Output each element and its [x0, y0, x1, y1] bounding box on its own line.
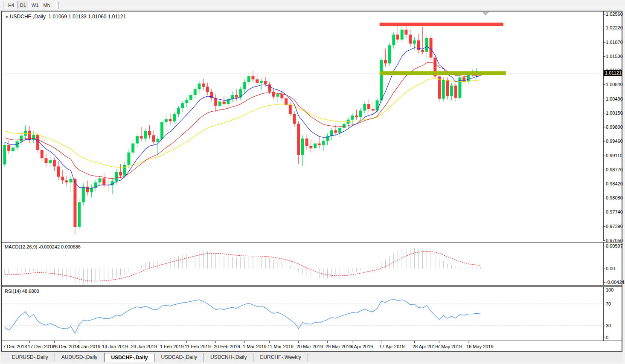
date-tick [104, 341, 104, 343]
price-axis-label: 1.02220 [606, 25, 623, 30]
date-label: 7 Dec 2018 [3, 344, 27, 349]
price-axis-tick [604, 56, 605, 57]
macd-axis-label: 0.00 [606, 266, 615, 271]
date-tick [468, 341, 468, 343]
rsi-axis-tick [604, 326, 605, 326]
price-axis-tick [604, 184, 605, 184]
macd-axis-tick [604, 269, 605, 269]
chart-tab-usdcad[interactable]: USDCAD-,Daily [154, 353, 204, 362]
price-axis-tick [604, 240, 605, 241]
date-label: 8 Apr 2019 [350, 344, 373, 349]
rsi-axis-label: 30 [606, 323, 611, 328]
date-axis[interactable]: 7 Dec 201817 Dec 201826 Dec 20184 Jan 20… [2, 341, 622, 351]
price-axis-tick [604, 156, 605, 156]
price-axis-tick [604, 226, 605, 227]
date-label: 11 Mar 2019 [267, 344, 294, 349]
rsi-axis[interactable]: 10070300 [603, 287, 622, 341]
rsi-name: RSI(14) [5, 289, 21, 294]
date-label: 7 May 2019 [437, 344, 462, 349]
price-axis-label: 0.99800 [606, 124, 623, 130]
chart-title: ▼USDCHF-,Daily 1.01069 1.01133 1.01060 1… [5, 14, 126, 20]
price-axis-label: 0.99110 [606, 153, 622, 158]
macd-pane[interactable]: 0.005970.00-0.004243 MACD(12,26,9) -0.00… [2, 243, 622, 285]
chart-tab-audusd[interactable]: AUDUSD-,Daily [55, 353, 105, 362]
metatrader-window: H4D1W1MN 1.025601.022201.018701.015301.0… [0, 0, 625, 364]
chart-window: 1.025601.022201.018701.015301.011801.008… [1, 11, 622, 352]
chart-symbol-label: USDCHF-,Daily [10, 14, 46, 20]
date-tick [162, 341, 162, 343]
price-axis-tick [604, 28, 605, 28]
date-label: 1 Feb 2019 [160, 344, 184, 349]
price-axis-tick [604, 127, 605, 127]
price-axis-label: 1.00840 [606, 82, 623, 87]
price-axis-label: 0.97390 [606, 224, 623, 229]
price-axis-label: 0.99460 [606, 139, 623, 144]
macd-chart[interactable] [2, 243, 603, 285]
date-label: 29 Mar 2019 [326, 344, 352, 349]
date-tick [215, 341, 216, 343]
rsi-axis-label: 100 [606, 287, 613, 292]
macd-name: MACD(12,26,9) [5, 244, 37, 249]
current-price-tag: 1.01121 [604, 70, 622, 76]
timeframe-button-h4[interactable]: H4 [6, 1, 17, 9]
price-axis-label: 1.01530 [606, 54, 623, 59]
rsi-axis-tick [604, 338, 605, 338]
date-tick [381, 341, 381, 343]
timeframe-button-d1[interactable]: D1 [17, 1, 29, 9]
price-axis-tick [604, 198, 605, 198]
price-axis-label: 1.00490 [606, 96, 623, 101]
timeframe-buttons: H4D1W1MN [5, 1, 53, 9]
date-label: 17 Dec 2018 [28, 344, 54, 349]
date-tick [79, 341, 79, 343]
price-axis-tick [604, 84, 605, 85]
price-axis-label: 0.98420 [606, 181, 623, 186]
macd-axis-tick [604, 282, 605, 283]
price-axis-tick [604, 42, 605, 43]
price-axis-tick [604, 141, 605, 142]
rsi-axis-tick [604, 304, 605, 304]
macd-axis-label: 0.00597 [606, 243, 623, 248]
rsi-axis-label: 0 [606, 335, 608, 340]
date-tick [269, 341, 270, 343]
macd-axis-label: -0.004243 [606, 280, 625, 285]
date-label: 26 Dec 2018 [52, 344, 79, 349]
rsi-pane[interactable]: 10070300 RSI(14) 48.6800 [2, 287, 622, 341]
date-label: 11 Feb 2019 [185, 344, 211, 349]
price-axis-tick [604, 99, 605, 99]
chart-ohlc-values: 1.01069 1.01133 1.01060 1.01121 [49, 14, 126, 20]
price-chart-pane[interactable]: 1.025601.022201.018701.015301.011801.008… [2, 12, 622, 241]
macd-axis[interactable]: 0.005970.00-0.004243 [603, 243, 622, 285]
candlestick-chart[interactable] [2, 12, 603, 241]
price-axis[interactable]: 1.025601.022201.018701.015301.011801.008… [603, 12, 622, 241]
chart-tab-usdcnh[interactable]: USDCNH-,Daily [204, 353, 253, 362]
toolbar-separator [56, 1, 59, 9]
price-axis-tick [604, 170, 605, 170]
date-label: 20 Feb 2019 [214, 344, 240, 349]
date-tick [54, 341, 55, 343]
price-axis-tick [604, 14, 605, 14]
date-tick [29, 341, 30, 343]
date-label: 20 Mar 2019 [297, 344, 323, 349]
date-tick [352, 341, 352, 343]
date-tick [327, 341, 328, 343]
rsi-value: 48.6800 [22, 289, 39, 294]
date-tick [186, 341, 187, 343]
chart-dropdown-icon[interactable]: ▼ [5, 15, 9, 19]
price-axis-tick [604, 113, 605, 113]
date-tick [244, 341, 245, 343]
chart-tab-eurusd[interactable]: EURUSD-,Daily [6, 353, 55, 362]
rsi-axis-tick [604, 290, 605, 290]
macd-axis-tick [604, 246, 605, 246]
chart-tab-eurchf[interactable]: EURCHF-,Weekly [253, 353, 308, 362]
date-tick [414, 341, 415, 343]
date-tick [133, 341, 133, 343]
timeframe-button-mn[interactable]: MN [41, 1, 52, 9]
timeframe-button-w1[interactable]: W1 [29, 1, 41, 9]
price-axis-label: 1.01870 [606, 40, 623, 45]
toolbar-grip[interactable] [1, 1, 3, 9]
rsi-axis-label: 70 [606, 301, 611, 306]
chart-tab-usdchf[interactable]: USDCHF-,Daily [104, 353, 154, 362]
rsi-chart[interactable] [2, 287, 603, 341]
chart-tabs-bar: EURUSD-,DailyAUDUSD-,DailyUSDCHF-,DailyU… [1, 352, 622, 362]
price-axis-label: 1.02560 [606, 12, 623, 17]
